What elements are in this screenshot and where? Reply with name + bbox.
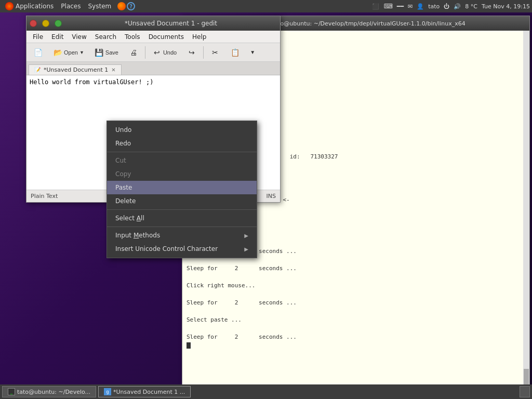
gedit-min-button[interactable]	[42, 20, 49, 27]
copy-button[interactable]: 📋	[225, 46, 244, 59]
power-icon: ⏻	[444, 3, 449, 10]
menu-separator-1	[107, 152, 257, 152]
taskbar: _ tato@ubuntu: ~/Develo... g *Unsaved Do…	[0, 384, 532, 399]
username-label: tato	[428, 3, 440, 10]
applications-label: Applications	[16, 3, 54, 10]
context-menu: Undo Redo Cut Copy Paste Delete Select A…	[107, 121, 257, 258]
cut-label: Cut	[115, 157, 126, 164]
gedit-titlebar: *Unsaved Document 1 - gedit	[26, 16, 280, 31]
tab-close-button[interactable]: ✕	[111, 67, 115, 73]
toolbar-separator	[145, 46, 145, 59]
system-menu[interactable]: System	[85, 2, 114, 11]
network-icon: ⬛	[372, 3, 379, 10]
tab-title: *Unsaved Document 1	[44, 66, 108, 73]
toolbar-separator2	[203, 46, 204, 59]
menu-edit[interactable]: Edit	[47, 32, 68, 42]
menu-item-select-all[interactable]: Select All	[107, 211, 257, 225]
redo-label: Redo	[115, 140, 131, 147]
places-label: Places	[61, 3, 81, 10]
top-panel-left: Applications Places System ?	[2, 1, 135, 11]
taskbar-terminal-label: tato@ubuntu: ~/Develo...	[17, 389, 90, 395]
save-label: Save	[105, 49, 118, 56]
select-all-label: Select All	[115, 215, 144, 222]
copy-label: Copy	[115, 170, 131, 178]
print-icon: 🖨	[129, 48, 138, 57]
menu-item-delete[interactable]: Delete	[107, 194, 257, 208]
terminal-taskbar-icon: _	[8, 388, 15, 395]
menu-view[interactable]: View	[68, 32, 90, 42]
terminal-line: Sleep for 2 seconds ...	[187, 299, 525, 308]
terminal-line: Sleep for 2 seconds ...	[187, 333, 525, 342]
open-icon: 📂	[53, 48, 62, 57]
menu-help[interactable]: Help	[188, 32, 210, 42]
terminal-line: Sleep for 2 seconds ...	[187, 264, 525, 273]
temp-label: 8 °C	[465, 3, 477, 10]
menu-separator-3	[107, 227, 257, 227]
menu-item-redo[interactable]: Redo	[107, 137, 257, 150]
datetime-label: Tue Nov 4, 19:15	[482, 3, 530, 10]
terminal-cursor	[187, 342, 191, 349]
menu-documents[interactable]: Documents	[144, 32, 188, 42]
network2-icon: ━━	[397, 3, 404, 10]
unicode-submenu-arrow: ▶	[244, 246, 248, 252]
show-desktop-button[interactable]	[520, 386, 530, 397]
menu-item-cut: Cut	[107, 154, 257, 167]
delete-label: Delete	[115, 197, 136, 205]
ubuntu-icon	[5, 2, 14, 10]
firefox-icon[interactable]	[117, 2, 126, 10]
unicode-label: Insert Unicode Control Character	[115, 245, 218, 252]
gedit-taskbar-icon: g	[104, 388, 111, 395]
gedit-tab-bar: 📝 *Unsaved Document 1 ✕	[26, 62, 280, 75]
undo-button[interactable]: ↩ Undo	[148, 46, 181, 59]
top-panel-right: ⬛ ⌨ ━━ ✉ 👤 tato ⏻ 🔊 8 °C Tue Nov 4, 19:1…	[372, 3, 530, 10]
help-icon[interactable]: ?	[127, 2, 135, 10]
taskbar-right	[520, 386, 530, 397]
terminal-line: Click right mouse...	[187, 282, 525, 290]
gedit-menubar: File Edit View Search Tools Documents He…	[26, 31, 280, 43]
redo-icon: ↪	[187, 48, 196, 57]
print-button[interactable]: 🖨	[124, 46, 143, 59]
undo-icon: ↩	[152, 48, 162, 57]
terminal-scrollbar[interactable]	[523, 31, 529, 394]
copy-icon: 📋	[230, 48, 240, 57]
cut-button[interactable]: ✂	[206, 46, 224, 59]
redo-button[interactable]: ↪	[182, 46, 201, 59]
open-button[interactable]: 📂 Open ▼	[48, 46, 89, 59]
new-button[interactable]: 📄	[29, 46, 47, 59]
undo-label: Undo	[163, 49, 177, 56]
submenu-arrow: ▶	[244, 233, 248, 238]
applications-menu[interactable]: Applications	[2, 1, 57, 11]
taskbar-gedit-label: *Unsaved Document 1 ...	[113, 389, 185, 395]
open-label: Open	[64, 49, 78, 56]
undo-label: Undo	[115, 126, 131, 134]
save-icon: 💾	[95, 48, 104, 57]
document-text: Hello world from virtualGUser! ;)	[30, 78, 153, 86]
more-icon: ▼	[250, 49, 255, 55]
menu-item-unicode[interactable]: Insert Unicode Control Character ▶	[107, 242, 257, 256]
statusbar-separator: INS	[267, 193, 276, 200]
gedit-close-button[interactable]	[30, 20, 37, 27]
input-methods-label: Input Methods	[115, 232, 160, 239]
menu-file[interactable]: File	[29, 32, 47, 42]
keyboard-icon: ⌨	[383, 3, 392, 10]
save-button[interactable]: 💾 Save	[90, 46, 123, 59]
menu-item-input-methods[interactable]: Input Methods ▶	[107, 229, 257, 242]
gedit-max-button[interactable]	[55, 20, 62, 27]
document-tab[interactable]: 📝 *Unsaved Document 1 ✕	[29, 64, 122, 75]
taskbar-gedit[interactable]: g *Unsaved Document 1 ...	[98, 386, 191, 397]
paste-label: Paste	[115, 184, 132, 191]
menu-tools[interactable]: Tools	[121, 32, 144, 42]
menu-item-copy: Copy	[107, 167, 257, 181]
user-icon: 👤	[417, 3, 424, 10]
system-label: System	[88, 3, 111, 10]
menu-item-paste[interactable]: Paste	[107, 181, 257, 194]
email-icon: ✉	[408, 3, 413, 10]
menu-search[interactable]: Search	[91, 32, 121, 42]
places-menu[interactable]: Places	[58, 2, 84, 11]
taskbar-terminal[interactable]: _ tato@ubuntu: ~/Develo...	[2, 386, 96, 397]
more-button[interactable]: ▼	[245, 47, 260, 57]
gedit-title: *Unsaved Document 1 - gedit	[65, 20, 277, 27]
menu-item-undo[interactable]: Undo	[107, 123, 257, 137]
cut-icon: ✂	[210, 48, 220, 57]
terminal-line: Select paste ...	[187, 316, 525, 325]
